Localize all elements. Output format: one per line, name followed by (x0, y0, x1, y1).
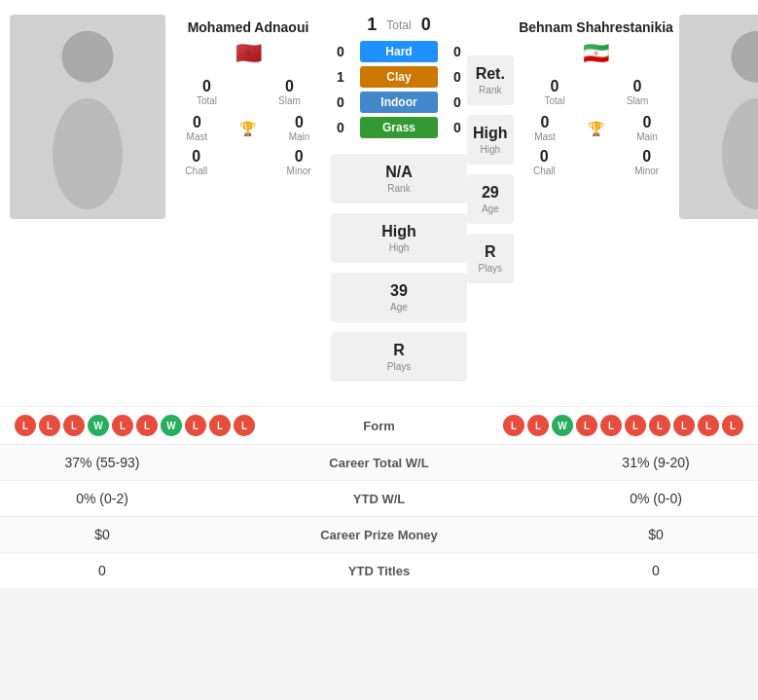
comp-right-value: 0% (0-0) (568, 491, 743, 506)
comp-label: Career Total W/L (190, 456, 568, 470)
comp-right-value: $0 (568, 527, 743, 542)
left-minor-stat: 0 Minor (287, 148, 311, 176)
left-total-score: 1 (367, 15, 377, 35)
form-badge-l: L (112, 415, 133, 436)
comp-right-value: 0 (568, 563, 743, 578)
form-badge-l: L (625, 415, 646, 436)
right-form-badges: LLWLLLLLLL (503, 415, 743, 436)
left-age: 39 Age (331, 273, 467, 322)
left-high-box: High High (331, 213, 467, 263)
form-badge-w: W (88, 415, 109, 436)
right-surface-score: 0 (448, 120, 467, 135)
left-surface-score: 1 (331, 69, 350, 85)
surface-badge-indoor: Indoor (360, 92, 438, 113)
form-badge-l: L (600, 415, 622, 436)
right-age: 29 Age (467, 174, 514, 224)
left-age-box: 39 Age (331, 273, 467, 322)
right-player-name: Behnam Shahrestanikia (519, 19, 673, 35)
form-badge-w: W (161, 415, 182, 436)
right-player-flag: 🇮🇷 (583, 41, 609, 66)
svg-point-0 (61, 31, 113, 83)
form-badge-l: L (503, 415, 524, 436)
right-slam-stat: 0 Slam (601, 78, 674, 106)
surface-row-clay: 1 Clay 0 (331, 66, 467, 88)
left-player-info: Mohamed Adnaoui 🇲🇦 0 Total 0 Slam 0 Mast… (165, 15, 331, 382)
surface-row-indoor: 0 Indoor 0 (331, 92, 467, 113)
svg-point-3 (721, 98, 758, 209)
form-badge-l: L (209, 415, 231, 436)
form-badge-l: L (649, 415, 670, 436)
top-section: Mohamed Adnaoui 🇲🇦 0 Total 0 Slam 0 Mast… (0, 0, 758, 396)
surface-row-grass: 0 Grass 0 (331, 117, 467, 138)
comp-left-value: 0% (0-2) (15, 491, 190, 506)
right-stats-boxes: Ret. Rank (467, 55, 514, 105)
comp-right-value: 31% (9-20) (568, 455, 743, 470)
surface-rows: 0 Hard 0 1 Clay 0 0 Indoor 0 0 Grass 0 (331, 41, 467, 142)
surface-badge-grass: Grass (360, 117, 438, 138)
form-badge-l: L (63, 415, 85, 436)
left-slam-stat: 0 Slam (253, 78, 326, 106)
form-badge-l: L (722, 415, 743, 436)
left-chall-stat: 0 Chall (185, 148, 207, 176)
right-high-box: High High (467, 115, 514, 165)
right-player-info: Behnam Shahrestanikia 🇮🇷 0 Total 0 Slam … (514, 15, 679, 382)
form-label: Form (363, 419, 395, 433)
left-stats-boxes: N/A Rank (331, 154, 467, 203)
surface-row-hard: 0 Hard 0 (331, 41, 467, 62)
right-player-photo (679, 15, 758, 219)
right-plays: R Plays (467, 234, 514, 283)
left-form-badges: LLLWLLWLLL (15, 415, 255, 436)
right-mast-stat: 0 Mast (534, 114, 556, 142)
form-badge-l: L (234, 415, 255, 436)
right-chall-stat: 0 Chall (533, 148, 556, 176)
center-column: 1 Total 0 0 Hard 0 1 Clay 0 0 Indoor 0 0… (331, 15, 467, 382)
total-label: Total (386, 18, 411, 32)
form-badge-l: L (673, 415, 695, 436)
right-main-stat: 0 Main (636, 114, 658, 142)
right-surface-score: 0 (448, 69, 467, 85)
left-trophy-icon: 🏆 (239, 121, 256, 136)
svg-point-2 (731, 31, 758, 83)
comparison-row: 0% (0-2) YTD W/L 0% (0-0) (0, 480, 758, 516)
left-high: High High (331, 213, 467, 263)
form-row: LLLWLLWLLL Form LLWLLLLLLL (0, 406, 758, 444)
form-badge-l: L (15, 415, 36, 436)
right-surface-score: 0 (448, 94, 467, 110)
bottom-section: LLLWLLWLLL Form LLWLLLLLLL 37% (55-93) C… (0, 406, 758, 588)
left-plays: R Plays (331, 332, 467, 382)
right-total-stat: 0 Total (519, 78, 592, 106)
left-player-flag: 🇲🇦 (235, 41, 262, 66)
left-rank-box: N/A Rank (331, 154, 467, 203)
form-badge-l: L (136, 415, 158, 436)
form-badge-l: L (39, 415, 60, 436)
comparison-row: $0 Career Prize Money $0 (0, 516, 758, 552)
right-surface-score: 0 (448, 44, 467, 59)
left-total-stat: 0 Total (170, 78, 243, 106)
left-surface-score: 0 (331, 94, 350, 110)
left-surface-score: 0 (331, 120, 350, 135)
form-badge-l: L (576, 415, 597, 436)
form-badge-w: W (552, 415, 573, 436)
comp-left-value: 37% (55-93) (15, 455, 190, 470)
form-badge-l: L (698, 415, 719, 436)
left-plays-box: R Plays (331, 332, 467, 382)
right-minor-stat: 0 Minor (634, 148, 659, 176)
comp-label: Career Prize Money (190, 528, 568, 542)
left-main-stat: 0 Main (289, 114, 310, 142)
form-badge-l: L (527, 415, 549, 436)
comp-label: YTD W/L (190, 492, 568, 506)
total-row: 1 Total 0 (331, 15, 467, 35)
comparison-row: 37% (55-93) Career Total W/L 31% (9-20) (0, 444, 758, 480)
right-plays-box: R Plays (467, 234, 514, 283)
comp-left-value: 0 (15, 563, 190, 578)
left-player-photo (10, 15, 165, 219)
surface-badge-clay: Clay (360, 66, 438, 88)
comparison-row: 0 YTD Titles 0 (0, 552, 758, 588)
main-container: Mohamed Adnaoui 🇲🇦 0 Total 0 Slam 0 Mast… (0, 0, 758, 588)
comparison-rows: 37% (55-93) Career Total W/L 31% (9-20) … (0, 444, 758, 588)
form-badge-l: L (185, 415, 206, 436)
right-trophy-icon: 🏆 (588, 121, 604, 136)
left-surface-score: 0 (331, 44, 350, 59)
right-rank-box: Ret. Rank (467, 55, 514, 105)
left-mast-stat: 0 Mast (187, 114, 208, 142)
